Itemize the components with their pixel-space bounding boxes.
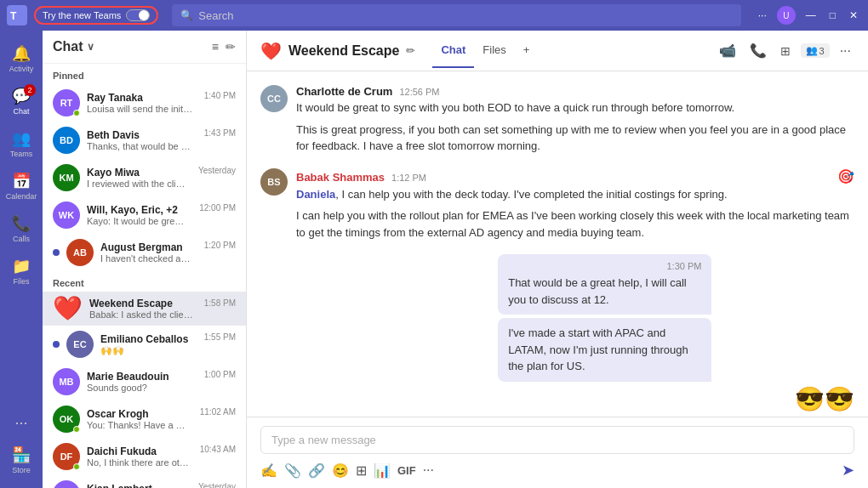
chat-item-content: Weekend Escape Babak: I asked the client… — [89, 298, 194, 320]
sidebar-item-chat[interactable]: 💬 2 Chat — [0, 80, 43, 122]
sidebar-item-calendar[interactable]: 📅 Calendar — [0, 165, 43, 207]
chat-header-actions: 📹 📞 ⊞ 👥 3 ··· — [716, 39, 854, 62]
sidebar-item-more[interactable]: ··· — [0, 407, 43, 439]
message-bubble: 1:30 PM That would be a great help, I wi… — [498, 254, 711, 315]
maximize-btn[interactable]: □ — [826, 8, 839, 23]
try-new-teams-banner[interactable]: Try the new Teams — [34, 6, 158, 25]
more-options-btn[interactable]: ··· — [755, 8, 770, 23]
chat-item-content: Daichi Fukuda No, I think there are othe… — [87, 445, 190, 468]
sidebar-item-calendar-label: Calendar — [6, 192, 37, 201]
screen-share-btn[interactable]: ⊞ — [777, 41, 794, 61]
emoji-btn[interactable]: 😊 — [332, 462, 349, 479]
audio-call-btn[interactable]: 📞 — [746, 39, 770, 62]
message-text: I've made a start with APAC and LATAM, n… — [508, 325, 701, 375]
attach-btn[interactable]: 📎 — [284, 462, 301, 479]
sidebar-item-calls[interactable]: 📞 Calls — [0, 207, 43, 250]
video-call-btn[interactable]: 📹 — [716, 39, 740, 62]
format-btn[interactable]: ✍ — [260, 462, 277, 479]
sidebar-item-teams[interactable]: 👥 Teams — [0, 122, 43, 165]
try-new-teams-toggle[interactable] — [126, 9, 150, 21]
unread-dot — [53, 249, 60, 256]
list-item[interactable]: ❤️ Weekend Escape Babak: I asked the cli… — [43, 292, 246, 326]
compose-box[interactable]: Type a new message — [260, 426, 854, 454]
list-item[interactable]: BD Beth Davis Thanks, that would be nice… — [43, 122, 246, 159]
message-bubble: I've made a start with APAC and LATAM, n… — [498, 318, 711, 382]
chart-btn[interactable]: 📊 — [374, 462, 391, 479]
chat-item-preview: 🙌🙌 — [100, 345, 194, 356]
user-avatar[interactable]: U — [777, 6, 796, 25]
chat-item-preview: Babak: I asked the client to send her fe… — [89, 309, 194, 320]
giphy-btn[interactable]: GIF — [397, 464, 416, 477]
chat-panel: ❤️ Weekend Escape ✏ Chat Files + 📹 📞 ⊞ — [247, 31, 868, 488]
chat-item-content: Kian Lambert Have you run this by Beth? … — [87, 483, 188, 488]
teams-icon: 👥 — [12, 129, 31, 148]
tab-chat[interactable]: Chat — [432, 33, 474, 68]
chat-list-header: Chat ∨ ≡ ✏ — [43, 31, 246, 64]
tab-files[interactable]: Files — [474, 33, 514, 68]
list-item[interactable]: KM Kayo Miwa I reviewed with the client … — [43, 159, 246, 196]
chat-item-time: 1:43 PM — [204, 127, 236, 138]
chat-item-preview: I haven't checked available times yet — [100, 253, 194, 264]
sidebar-item-chat-label: Chat — [13, 107, 29, 116]
sidebar-item-teams-label: Teams — [10, 150, 33, 158]
chat-header: ❤️ Weekend Escape ✏ Chat Files + 📹 📞 ⊞ — [247, 31, 868, 71]
compose-placeholder: Type a new message — [271, 434, 376, 446]
list-item[interactable]: KL Kian Lambert Have you run this by Bet… — [43, 475, 246, 488]
message-header: Charlotte de Crum 12:56 PM — [296, 85, 854, 98]
avatar: CC — [260, 85, 288, 112]
chat-item-name: Kian Lambert — [87, 483, 188, 488]
chat-item-name: Oscar Krogh — [87, 408, 190, 420]
avatar: DF — [53, 443, 80, 470]
list-item[interactable]: WK Will, Kayo, Eric, +2 Kayo: It would b… — [43, 196, 246, 234]
search-input[interactable] — [198, 9, 732, 22]
list-item[interactable]: MB Marie Beaudouin Sounds good? 1:00 PM — [43, 363, 246, 400]
link-btn[interactable]: 🔗 — [308, 462, 325, 479]
edit-icon[interactable]: ✏ — [406, 44, 415, 57]
new-chat-btn[interactable]: ✏ — [226, 40, 236, 54]
search-bar[interactable]: 🔍 — [172, 4, 740, 26]
avatar: BS — [260, 168, 288, 196]
heart-icon: ❤️ — [53, 297, 83, 321]
chat-list-actions: ≡ ✏ — [212, 40, 236, 54]
sidebar-item-store[interactable]: 🏪 Store — [0, 439, 43, 481]
list-item[interactable]: DF Daichi Fukuda No, I think there are o… — [43, 438, 246, 475]
filter-btn[interactable]: ≡ — [212, 40, 219, 54]
list-item[interactable]: AB August Bergman I haven't checked avai… — [43, 234, 246, 271]
list-item[interactable]: RT Ray Tanaka Louisa will send the initi… — [43, 84, 246, 122]
avatar: OK — [53, 406, 80, 433]
status-dot — [73, 426, 80, 433]
chat-item-content: Ray Tanaka Louisa will send the initial … — [87, 92, 194, 114]
chat-item-preview: You: Thanks! Have a nice weekend — [87, 420, 190, 430]
participants-badge[interactable]: 👥 3 — [801, 43, 830, 58]
chat-item-content: Marie Beaudouin Sounds good? — [87, 371, 194, 393]
more-options-btn[interactable]: ··· — [837, 40, 854, 62]
apps-btn[interactable]: ⊞ — [356, 462, 367, 479]
list-item[interactable]: EC Emiliano Ceballos 🙌🙌 1:55 PM — [43, 326, 246, 363]
chat-item-content: Kayo Miwa I reviewed with the client on … — [87, 167, 188, 189]
more-icon: ··· — [14, 414, 27, 432]
chat-item-name: Ray Tanaka — [87, 92, 194, 104]
messages-area: CC Charlotte de Crum 12:56 PM It would b… — [247, 71, 868, 417]
sidebar-item-activity[interactable]: 🔔 Activity — [0, 37, 43, 80]
teams-logo-icon: T — [7, 5, 27, 26]
message-time: 1:30 PM — [508, 261, 701, 271]
minimize-btn[interactable]: — — [802, 8, 819, 23]
message-bubble-container: 1:30 PM That would be a great help, I wi… — [498, 254, 854, 413]
chat-item-name: Weekend Escape — [89, 298, 194, 309]
chat-item-name: August Bergman — [100, 241, 194, 253]
sidebar-item-files[interactable]: 📁 Files — [0, 250, 43, 292]
chat-item-time: 1:58 PM — [204, 297, 236, 308]
chat-title-chevron[interactable]: ∨ — [87, 41, 94, 53]
try-new-teams-label: Try the new Teams — [43, 10, 121, 20]
chat-tabs: Chat Files + — [432, 33, 538, 68]
chat-title-text: Chat — [53, 39, 83, 54]
search-icon: 🔍 — [180, 9, 193, 21]
more-compose-btn[interactable]: ··· — [423, 462, 434, 478]
participants-icon: 👥 — [806, 45, 818, 56]
list-item[interactable]: OK Oscar Krogh You: Thanks! Have a nice … — [43, 400, 246, 438]
send-button[interactable]: ➤ — [842, 461, 854, 479]
close-btn[interactable]: ✕ — [846, 8, 861, 23]
chat-item-time: 12:00 PM — [199, 201, 236, 213]
chat-item-content: Will, Kayo, Eric, +2 Kayo: It would be g… — [87, 204, 189, 226]
add-tab-btn[interactable]: + — [515, 33, 539, 68]
